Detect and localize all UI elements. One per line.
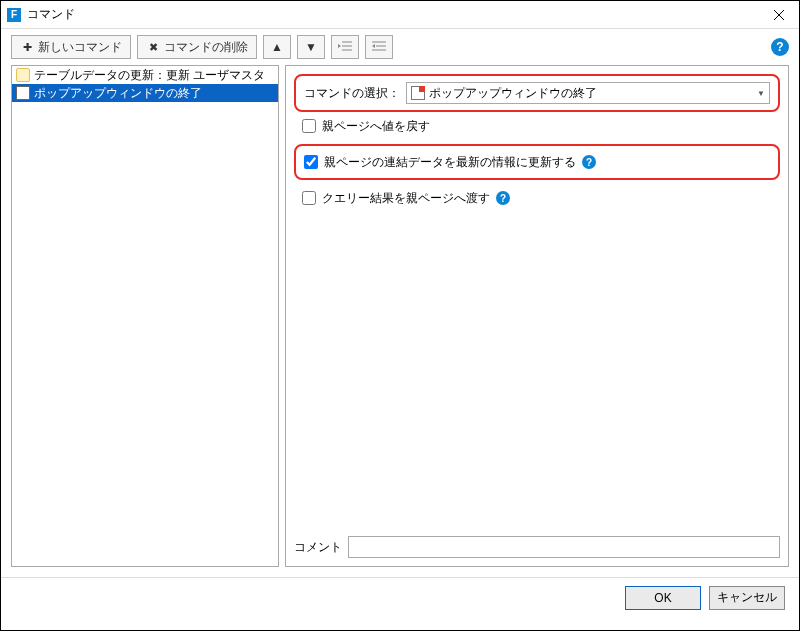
toolbar: ✚ 新しいコマンド ✖ コマンドの削除 ▲ ▼ ?	[1, 29, 799, 65]
svg-marker-9	[372, 44, 375, 48]
indent-button[interactable]	[365, 35, 393, 59]
comment-row: コメント	[294, 536, 780, 558]
delete-command-label: コマンドの削除	[164, 39, 248, 56]
ok-button[interactable]: OK	[625, 586, 701, 610]
comment-label: コメント	[294, 539, 342, 556]
body: テーブルデータの更新：更新 ユーザマスタポップアップウィンドウの終了 コマンドの…	[1, 65, 799, 577]
new-command-icon: ✚	[20, 40, 34, 54]
option-label: 親ページの連結データを最新の情報に更新する	[324, 154, 576, 171]
options-area: 親ページへ値を戻す親ページの連結データを最新の情報に更新する?クエリー結果を親ペ…	[294, 112, 780, 212]
close-button[interactable]	[759, 1, 799, 29]
command-list-item-label: テーブルデータの更新：更新 ユーザマスタ	[34, 67, 265, 84]
help-icon[interactable]: ?	[496, 191, 510, 205]
chevron-down-icon: ▼	[757, 89, 765, 98]
command-select-label: コマンドの選択：	[304, 85, 400, 102]
move-up-button[interactable]: ▲	[263, 35, 291, 59]
move-down-button[interactable]: ▼	[297, 35, 325, 59]
cancel-button[interactable]: キャンセル	[709, 586, 785, 610]
option-checkbox[interactable]	[302, 119, 316, 133]
window-icon	[16, 86, 30, 100]
option-checkbox[interactable]	[304, 155, 318, 169]
indent-icon	[372, 40, 386, 55]
outdent-button[interactable]	[331, 35, 359, 59]
command-list[interactable]: テーブルデータの更新：更新 ユーザマスタポップアップウィンドウの終了	[11, 65, 279, 567]
option-label: クエリー結果を親ページへ渡す	[322, 190, 490, 207]
close-icon	[774, 10, 784, 20]
command-list-item[interactable]: ポップアップウィンドウの終了	[12, 84, 278, 102]
option-label: 親ページへ値を戻す	[322, 118, 430, 135]
command-panel: コマンドの選択： ポップアップウィンドウの終了 ▼ 親ページへ値を戻す親ページの…	[285, 65, 789, 567]
down-icon: ▼	[305, 40, 317, 54]
new-command-button[interactable]: ✚ 新しいコマンド	[11, 35, 131, 59]
delete-command-icon: ✖	[146, 40, 160, 54]
titlebar: F コマンド	[1, 1, 799, 29]
footer: OK キャンセル	[1, 577, 799, 617]
command-select-row: コマンドの選択： ポップアップウィンドウの終了 ▼	[294, 74, 780, 112]
comment-input[interactable]	[348, 536, 780, 558]
popup-window-icon	[411, 86, 425, 100]
help-icon[interactable]: ?	[582, 155, 596, 169]
up-icon: ▲	[271, 40, 283, 54]
help-button[interactable]: ?	[771, 38, 789, 56]
delete-command-button[interactable]: ✖ コマンドの削除	[137, 35, 257, 59]
command-select-value: ポップアップウィンドウの終了	[429, 85, 597, 102]
database-icon	[16, 68, 30, 82]
option-checkbox[interactable]	[302, 191, 316, 205]
command-list-item[interactable]: テーブルデータの更新：更新 ユーザマスタ	[12, 66, 278, 84]
command-list-item-label: ポップアップウィンドウの終了	[34, 85, 202, 102]
app-icon: F	[7, 8, 21, 22]
window-title: コマンド	[27, 6, 759, 23]
svg-marker-5	[338, 44, 341, 48]
command-select-dropdown[interactable]: ポップアップウィンドウの終了 ▼	[406, 82, 770, 104]
outdent-icon	[338, 40, 352, 55]
new-command-label: 新しいコマンド	[38, 39, 122, 56]
